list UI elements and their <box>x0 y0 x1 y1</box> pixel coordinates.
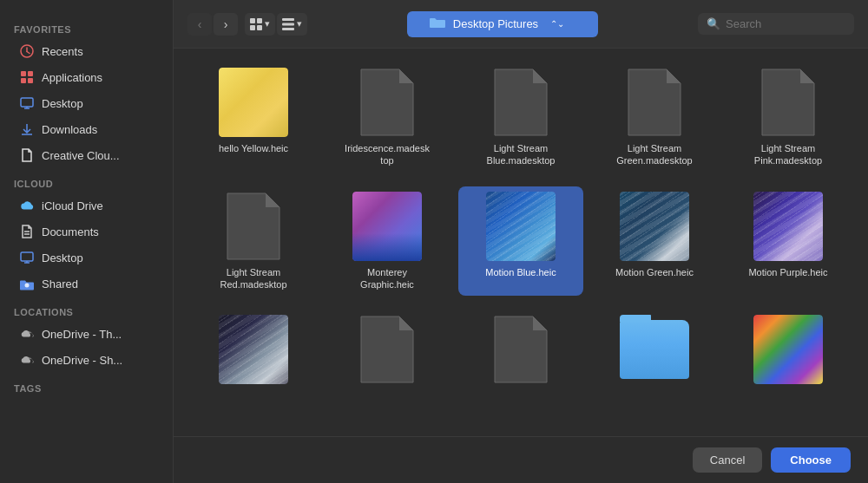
icloud-section-label: iCloud <box>0 175 173 193</box>
sidebar-item-onedrive-th[interactable]: OneDrive - Th... <box>5 322 168 346</box>
sidebar-item-documents[interactable]: Documents <box>5 219 168 244</box>
choose-button[interactable]: Choose <box>771 447 851 473</box>
file-name: Iridescence.madesktop <box>344 142 431 167</box>
file-item-motion-green[interactable]: Motion Green.heic <box>592 186 717 297</box>
search-input[interactable] <box>726 17 845 30</box>
sidebar-item-downloads[interactable]: Downloads <box>5 117 168 141</box>
file-item-folder[interactable] <box>592 310 717 395</box>
file-thumbnail <box>753 315 823 384</box>
file-thumbnail <box>352 315 422 384</box>
svg-rect-3 <box>21 71 26 76</box>
view-icons-button[interactable]: ▾ <box>245 13 275 36</box>
documents-icon <box>19 224 35 239</box>
svg-point-17 <box>25 283 30 287</box>
sidebar-item-label: Documents <box>42 225 99 238</box>
file-name: Motion Purple.heic <box>748 266 827 278</box>
favorites-section-label: Favorites <box>0 21 173 38</box>
sidebar-item-applications[interactable]: Applications <box>5 65 168 89</box>
file-item-ls-red[interactable]: Light Stream Red.madesktop <box>191 186 316 297</box>
svg-rect-14 <box>21 252 33 261</box>
sidebar-item-label: Desktop <box>42 251 83 264</box>
file-name: Motion Blue.heic <box>485 266 556 278</box>
sidebar-item-desktop[interactable]: Desktop <box>5 91 168 115</box>
file-item-iridescence[interactable]: Iridescence.madesktop <box>325 62 450 173</box>
sidebar-item-label: iCloud Drive <box>42 199 103 212</box>
sidebar-item-label: OneDrive - Th... <box>42 328 122 341</box>
file-item-generic3[interactable] <box>458 310 583 395</box>
sidebar-item-label: Desktop <box>42 97 83 110</box>
cancel-button[interactable]: Cancel <box>693 447 762 473</box>
file-thumbnail <box>219 192 288 261</box>
view-buttons: ▾ ▾ <box>245 13 307 36</box>
generic-file-icon-2 <box>491 68 550 137</box>
file-item-colorful[interactable] <box>726 310 851 395</box>
file-item-motion-purple[interactable]: Motion Purple.heic <box>726 186 851 297</box>
file-thumbnail <box>486 192 556 261</box>
file-item-motion-blue[interactable]: Motion Blue.heic <box>458 186 583 297</box>
file-name: Motion Green.heic <box>615 266 694 278</box>
svg-rect-20 <box>250 25 255 30</box>
file-item-ls-green[interactable]: Light Stream Green.madesktop <box>592 62 717 173</box>
view-chevron: ▾ <box>265 18 270 29</box>
generic-file-icon <box>358 68 417 137</box>
sidebar-item-label: Downloads <box>42 123 97 136</box>
forward-button[interactable]: › <box>214 13 238 36</box>
file-item-hello-yellow[interactable]: hello Yellow.heic <box>191 62 316 173</box>
onedrive-icon-2 <box>19 352 35 368</box>
file-thumbnail <box>753 68 823 137</box>
search-bar: 🔍 <box>698 13 854 35</box>
file-thumbnail <box>219 68 288 137</box>
file-item-ls-pink[interactable]: Light Stream Pink.madesktop <box>726 62 851 173</box>
locations-section-label: Locations <box>0 304 173 321</box>
shared-folder-icon <box>19 276 35 291</box>
search-icon: 🔍 <box>707 17 720 30</box>
svg-line-2 <box>27 52 30 54</box>
file-item-monterey[interactable]: Monterey Graphic.heic <box>325 186 450 297</box>
nav-buttons: ‹ › <box>187 13 238 36</box>
svg-rect-22 <box>282 18 294 21</box>
onedrive-icon-1 <box>19 326 35 342</box>
svg-rect-23 <box>282 23 294 25</box>
svg-rect-5 <box>21 78 26 83</box>
location-chevron-icon: ⌃⌄ <box>550 19 564 29</box>
file-name: Light Stream Red.madesktop <box>210 266 297 291</box>
generic-file-icon-5 <box>224 192 283 261</box>
folder-icon <box>429 16 446 33</box>
file-item-motion-dark[interactable] <box>191 310 316 395</box>
file-thumbnail <box>352 192 422 261</box>
generic-file-icon-7 <box>491 315 550 384</box>
svg-rect-21 <box>257 25 262 30</box>
arrow-down-icon <box>19 121 35 137</box>
location-dropdown[interactable]: Desktop Pictures ⌃⌄ <box>407 11 598 37</box>
file-item-ls-blue[interactable]: Light Stream Blue.madesktop <box>458 62 583 173</box>
generic-file-icon-6 <box>358 315 417 384</box>
sidebar-item-onedrive-sh[interactable]: OneDrive - Sh... <box>5 348 168 372</box>
sidebar-item-recents[interactable]: Recents <box>5 39 168 63</box>
sidebar-item-creative[interactable]: Creative Clou... <box>5 143 168 167</box>
svg-rect-19 <box>257 18 262 23</box>
sidebar-item-icloud-drive[interactable]: iCloud Drive <box>5 193 168 218</box>
toolbar: ‹ › ▾ ▾ <box>174 0 868 49</box>
file-item-generic2[interactable] <box>325 310 450 395</box>
file-thumbnail <box>620 315 689 384</box>
location-name: Desktop Pictures <box>453 17 538 30</box>
tags-section-label: Tags <box>0 380 173 397</box>
sidebar-item-shared[interactable]: Shared <box>5 271 168 296</box>
generic-file-icon-3 <box>625 68 684 137</box>
back-button[interactable]: ‹ <box>187 13 212 36</box>
svg-rect-18 <box>250 18 255 23</box>
svg-rect-24 <box>282 28 294 30</box>
view-list-button[interactable]: ▾ <box>277 13 307 36</box>
file-thumbnail <box>486 315 556 384</box>
display-icon-2 <box>19 250 35 265</box>
file-name: hello Yellow.heic <box>219 142 288 154</box>
sidebar-item-desktop-icloud[interactable]: Desktop <box>5 245 168 270</box>
clock-icon <box>19 43 35 59</box>
main-panel: ‹ › ▾ ▾ <box>174 0 868 483</box>
sidebar-item-label: Recents <box>42 45 83 58</box>
file-icon <box>19 147 35 163</box>
file-grid: hello Yellow.heic Iridescence.madesktop <box>174 49 868 436</box>
file-name: Light Stream Pink.madesktop <box>745 142 832 167</box>
svg-rect-6 <box>28 78 33 83</box>
sidebar-item-label: OneDrive - Sh... <box>42 354 122 367</box>
